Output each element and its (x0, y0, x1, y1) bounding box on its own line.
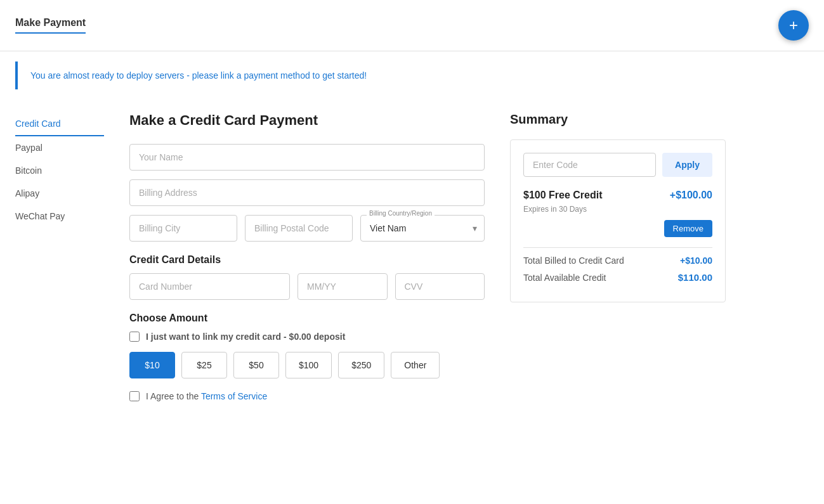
card-number-input[interactable] (129, 273, 290, 300)
promo-code-row: Apply (523, 153, 712, 177)
summary-card: Apply $100 Free Credit +$100.00 Expires … (510, 139, 726, 302)
amount-100-button[interactable]: $100 (285, 352, 332, 378)
billing-address-group (129, 179, 485, 206)
page-title: Make Payment (15, 17, 86, 34)
billing-city-input[interactable] (129, 215, 237, 242)
amount-50-button[interactable]: $50 (233, 352, 279, 378)
card-cvv-input[interactable] (395, 273, 485, 300)
sidebar-item-credit-card[interactable]: Credit Card (15, 112, 104, 136)
terms-text: I Agree to the Terms of Service (146, 391, 267, 401)
total-billed-row: Total Billed to Credit Card +$10.00 (523, 255, 712, 266)
billing-location-row: Billing Country/Region Viet Nam United S… (129, 215, 485, 242)
free-credit-expiry: Expires in 30 Days (523, 205, 712, 214)
total-billed-value: +$10.00 (680, 255, 712, 266)
content-area: Credit Card Paypal Bitcoin Alipay WeChat… (0, 100, 824, 414)
free-credit-label: $100 Free Credit (523, 190, 603, 201)
summary-divider (523, 247, 712, 248)
page-header: Make Payment + (0, 0, 824, 51)
total-available-label: Total Available Credit (523, 273, 606, 283)
terms-checkbox[interactable] (129, 391, 140, 401)
free-credit-row: $100 Free Credit +$100.00 (523, 190, 712, 201)
link-card-checkbox-row: I just want to link my credit card - $0.… (129, 332, 485, 342)
alert-text: You are almost ready to deploy servers -… (30, 70, 367, 81)
main-form: Make a Credit Card Payment Billing Count… (129, 112, 485, 401)
billing-country-wrapper: Billing Country/Region Viet Nam United S… (360, 215, 485, 242)
card-details-title: Credit Card Details (129, 254, 485, 266)
sidebar-item-paypal[interactable]: Paypal (15, 136, 104, 159)
your-name-group (129, 144, 485, 171)
amount-buttons-group: $10 $25 $50 $100 $250 Other (129, 352, 485, 378)
amount-10-button[interactable]: $10 (129, 352, 175, 378)
remove-credit-button[interactable]: Remove (664, 220, 712, 237)
form-title: Make a Credit Card Payment (129, 112, 485, 129)
billing-postal-input[interactable] (245, 215, 353, 242)
total-available-value: $110.00 (678, 272, 712, 283)
sidebar-item-bitcoin[interactable]: Bitcoin (15, 159, 104, 182)
total-billed-label: Total Billed to Credit Card (523, 255, 624, 266)
link-card-label: I just want to link my credit card - $0.… (146, 332, 345, 342)
summary-title: Summary (510, 112, 726, 127)
promo-code-input[interactable] (523, 153, 656, 177)
card-expiry-input[interactable] (298, 273, 388, 300)
terms-of-service-link[interactable]: Terms of Service (201, 391, 267, 401)
summary-panel: Summary Apply $100 Free Credit +$100.00 … (510, 112, 726, 401)
billing-address-input[interactable] (129, 179, 485, 206)
free-credit-amount: +$100.00 (670, 190, 712, 201)
terms-row: I Agree to the Terms of Service (129, 391, 485, 401)
amount-25-button[interactable]: $25 (181, 352, 227, 378)
add-fab-button[interactable]: + (778, 10, 809, 41)
your-name-input[interactable] (129, 144, 485, 171)
sidebar-item-alipay[interactable]: Alipay (15, 182, 104, 205)
total-available-row: Total Available Credit $110.00 (523, 272, 712, 283)
alert-banner: You are almost ready to deploy servers -… (15, 61, 809, 89)
sidebar: Credit Card Paypal Bitcoin Alipay WeChat… (15, 112, 104, 401)
deposit-amount: $0.00 deposit (289, 332, 346, 342)
apply-code-button[interactable]: Apply (662, 153, 712, 177)
choose-amount-title: Choose Amount (129, 313, 485, 324)
sidebar-item-wechat-pay[interactable]: WeChat Pay (15, 205, 104, 228)
billing-country-label: Billing Country/Region (367, 210, 435, 217)
amount-250-button[interactable]: $250 (338, 352, 384, 378)
link-card-checkbox[interactable] (129, 332, 140, 342)
amount-other-button[interactable]: Other (391, 352, 440, 378)
card-details-row (129, 273, 485, 300)
billing-country-select[interactable]: Viet Nam United States United Kingdom Ja… (360, 215, 485, 242)
